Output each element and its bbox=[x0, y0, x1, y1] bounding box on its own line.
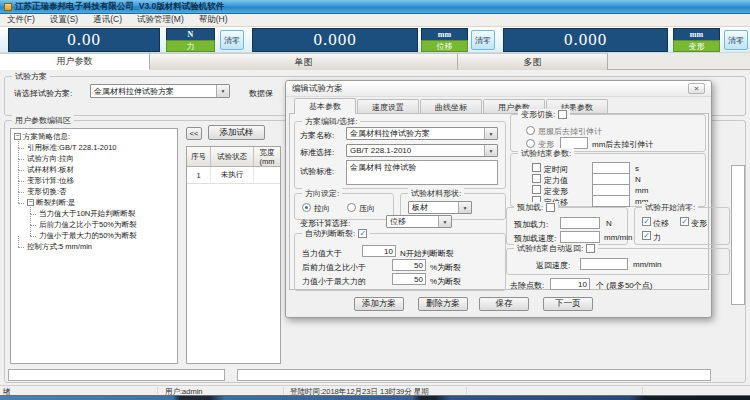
tree-item[interactable]: 试样材料:板材 bbox=[11, 164, 177, 175]
collapse-icon[interactable] bbox=[14, 133, 21, 140]
fixed-force-unit: N bbox=[635, 175, 641, 184]
tree-item-label: 断裂判断:是 bbox=[36, 198, 76, 207]
end-params-title: 试验结束参数: bbox=[518, 148, 574, 159]
chevron-down-icon: ▼ bbox=[216, 85, 229, 97]
menu-settings[interactable]: 设置(S) bbox=[50, 14, 78, 26]
displacement-label: 位移 bbox=[421, 40, 468, 52]
force-zero-button[interactable]: 清零 bbox=[220, 30, 244, 50]
fixed-force-checkbox[interactable] bbox=[532, 174, 541, 183]
save-button[interactable]: 保存 bbox=[479, 297, 529, 311]
tab-multi-chart[interactable]: 多图 bbox=[458, 53, 608, 70]
dialog-tab-speed[interactable]: 速度设置 bbox=[357, 99, 419, 114]
tree-item[interactable]: 变形计算:位移 bbox=[11, 175, 177, 186]
scheme-select[interactable]: 金属材料拉伸试验方案 ▼ bbox=[90, 84, 230, 98]
return-speed-label: 返回速度: bbox=[536, 260, 570, 271]
clear-disp-checkbox[interactable] bbox=[642, 217, 651, 226]
fixed-time-label: 定时间 bbox=[544, 164, 568, 175]
table-row[interactable]: 1 未执行 bbox=[187, 167, 280, 184]
tree-item[interactable]: 后前力值之比小于50%为断裂 bbox=[11, 219, 177, 230]
force-readout: 0.00 bbox=[8, 28, 160, 52]
tree-item[interactable]: 力值小于最大力的50%为断裂 bbox=[11, 230, 177, 241]
tab-single-chart[interactable]: 单图 bbox=[150, 53, 458, 70]
dialog-tab-basic[interactable]: 基本参数 bbox=[294, 98, 356, 114]
auto-return-checkbox[interactable] bbox=[586, 244, 595, 253]
deform-remove-radio[interactable] bbox=[526, 139, 535, 148]
fixed-time-checkbox[interactable] bbox=[532, 163, 541, 172]
return-speed-input[interactable] bbox=[580, 258, 628, 270]
readout-panel: 0.00 N 力 清零 0.000 mm 位移 清零 0.000 mm 变形 清… bbox=[0, 27, 750, 53]
scheme-name-label: 方案名称: bbox=[300, 130, 334, 141]
edit-scheme-dialog: 编辑试验方案 ✕ 基本参数 速度设置 曲线坐标 用户参数 结果参数 方案编辑/选… bbox=[285, 80, 712, 318]
bottom-field-left[interactable] bbox=[8, 369, 225, 381]
tree-item[interactable]: 试验方向:拉向 bbox=[11, 153, 177, 164]
fixed-deform-checkbox[interactable] bbox=[532, 185, 541, 194]
clear-force-checkbox[interactable] bbox=[642, 231, 651, 240]
standard-select[interactable]: GB/T 228.1-2010 ▼ bbox=[346, 144, 498, 157]
bottom-field-right[interactable] bbox=[237, 369, 711, 381]
break-ratio-input[interactable]: 50 bbox=[392, 259, 426, 271]
next-page-button[interactable]: 下一页 bbox=[543, 297, 593, 311]
preload-checkbox[interactable] bbox=[546, 203, 555, 212]
menu-communication[interactable]: 通讯(C) bbox=[93, 14, 122, 26]
scheme-select-label: 请选择试验方案: bbox=[14, 88, 72, 99]
deformation-label: 变形 bbox=[673, 40, 720, 52]
status-separator bbox=[283, 387, 284, 394]
app-icon bbox=[4, 3, 12, 11]
clear-deform-checkbox[interactable] bbox=[680, 217, 689, 226]
col-status: 试验状态 bbox=[211, 147, 254, 166]
add-sample-button[interactable]: 添加试样 bbox=[208, 125, 265, 140]
tree-item-break-judge[interactable]: 断裂判断:是 bbox=[11, 197, 177, 208]
displacement-unit-stack: mm 位移 bbox=[421, 28, 468, 52]
tension-radio[interactable] bbox=[302, 203, 311, 212]
scheme-edit-group-title: 方案编辑/选择: bbox=[302, 116, 360, 127]
break-maxpct-input[interactable]: 50 bbox=[392, 273, 426, 285]
preload-speed-input[interactable] bbox=[560, 231, 600, 243]
fixed-disp-input[interactable] bbox=[592, 195, 630, 207]
menu-file[interactable]: 文件(F) bbox=[7, 14, 35, 26]
tree-root[interactable]: 方案简略信息: bbox=[11, 131, 177, 142]
remove-points-suffix: 个 (最多50个点) bbox=[596, 280, 652, 291]
delete-scheme-button[interactable]: 删除方案 bbox=[418, 297, 468, 311]
scheme-name-select[interactable]: 金属材料拉伸试验方案 ▼ bbox=[346, 127, 498, 140]
right-edge-panel bbox=[731, 165, 745, 305]
preload-speed-unit: mm/min bbox=[604, 233, 632, 242]
standard-value: GB/T 228.1-2010 bbox=[347, 145, 484, 156]
break-row1-post: N开始判断断裂 bbox=[400, 248, 454, 259]
break-force-input[interactable]: 10 bbox=[362, 245, 396, 257]
close-icon[interactable]: ✕ bbox=[688, 83, 705, 94]
scheme-summary-tree[interactable]: 方案简略信息: 引用标准:GB/T 228.1-2010 试验方向:拉向 试样材… bbox=[10, 128, 178, 364]
dialog-tab-curve[interactable]: 曲线坐标 bbox=[420, 99, 482, 114]
tree-item[interactable]: 当力值大于10N开始判断断裂 bbox=[11, 208, 177, 219]
tree-item[interactable]: 引用标准:GB/T 228.1-2010 bbox=[11, 142, 177, 153]
remove-points-input[interactable]: 10 bbox=[550, 278, 590, 290]
start-clear-title: 试验开始清零: bbox=[642, 202, 698, 213]
compression-radio[interactable] bbox=[347, 203, 356, 212]
auto-break-checkbox[interactable] bbox=[358, 229, 367, 238]
deform-calc-select[interactable]: 位移 ▼ bbox=[386, 215, 452, 228]
displacement-zero-button[interactable]: 清零 bbox=[471, 30, 495, 50]
deform-calc-value: 位移 bbox=[387, 216, 438, 227]
tree-item-label: 试样材料:板材 bbox=[27, 165, 74, 174]
deformation-zero-button[interactable]: 清零 bbox=[724, 30, 748, 50]
cell-width bbox=[254, 167, 280, 183]
menu-help[interactable]: 帮助(H) bbox=[199, 14, 228, 26]
collapse-panel-button[interactable]: << bbox=[186, 127, 202, 140]
break-row3-post: %为断裂 bbox=[430, 276, 461, 287]
menu-test-management[interactable]: 试验管理(M) bbox=[137, 14, 184, 26]
preload-force-input[interactable] bbox=[560, 217, 600, 229]
add-scheme-button[interactable]: 添加方案 bbox=[354, 297, 404, 311]
test-standard-input[interactable]: 金属材料 拉伸试验 bbox=[346, 160, 498, 185]
tree-item[interactable]: 变形切换:否 bbox=[11, 186, 177, 197]
yield-remove-radio[interactable] bbox=[526, 126, 535, 135]
status-separator bbox=[642, 387, 643, 394]
material-shape-select[interactable]: 板材 ▼ bbox=[408, 201, 472, 214]
preload-title-wrap: 预加载: bbox=[514, 202, 558, 213]
collapse-icon[interactable] bbox=[27, 199, 34, 206]
chevron-down-icon: ▼ bbox=[484, 128, 497, 139]
tree-item[interactable]: 控制方式:5 mm/min bbox=[11, 241, 177, 252]
deform-switch-checkbox[interactable] bbox=[558, 110, 567, 119]
tab-user-params[interactable]: 用户参数 bbox=[0, 53, 150, 70]
return-speed-unit: mm/min bbox=[633, 260, 661, 269]
chevron-down-icon: ▼ bbox=[438, 216, 451, 227]
fixed-time-unit: s bbox=[635, 164, 639, 173]
